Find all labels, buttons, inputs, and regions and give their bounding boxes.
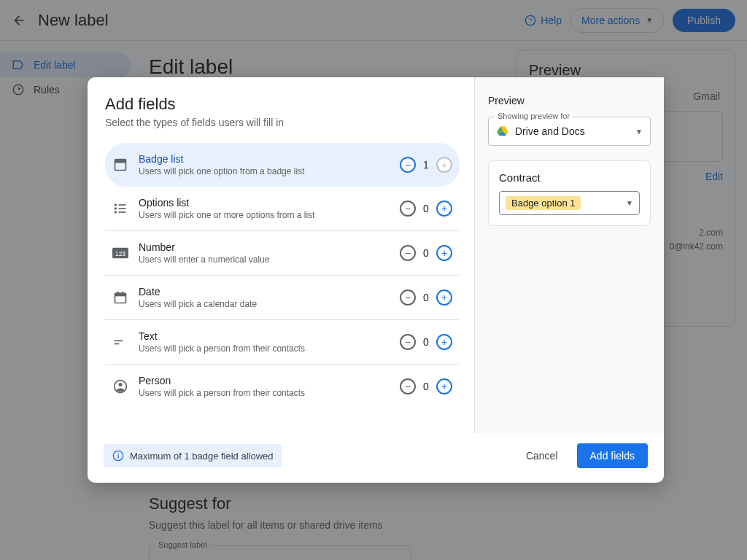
svg-point-7 [115,207,117,209]
increment-button[interactable]: + [436,201,452,217]
info-icon [112,450,124,462]
counter: − 0 + [400,378,452,394]
field-row-badge-list[interactable]: Badge list Users will pick one option fr… [105,143,460,187]
svg-rect-4 [115,160,126,163]
field-row-text[interactable]: Text Users will pick a person from their… [105,320,460,365]
chevron-down-icon: ▼ [626,199,633,207]
person-icon [112,378,128,394]
count-value: 0 [423,247,429,259]
field-text: Date Users will pick a calendar date [139,286,390,309]
field-row-number[interactable]: 123 Number Users will enter a numerical … [105,231,460,276]
svg-point-23 [117,453,119,454]
text-icon [112,334,128,350]
chevron-down-icon: ▼ [635,128,643,136]
decrement-button[interactable]: − [400,157,416,173]
field-name: Badge list [139,153,390,165]
svg-rect-16 [123,292,124,295]
decrement-button[interactable]: − [400,245,416,261]
field-row-person[interactable]: Person Users will pick a person from the… [105,365,460,408]
preview-legend: Showing preview for [495,112,573,120]
svg-point-20 [119,383,123,386]
count-value: 1 [423,159,429,171]
field-name: Options list [139,197,390,209]
preview-heading: Preview [488,95,651,106]
counter: − 0 + [400,201,452,217]
badge-chip: Badge option 1 [506,196,581,210]
count-value: 0 [423,336,429,348]
field-desc: Users will enter a numerical value [139,254,390,265]
field-desc: Users will pick a calendar date [139,299,390,309]
field-name: Number [139,241,390,253]
field-text: Text Users will pick a person from their… [139,330,390,354]
count-value: 0 [423,381,429,392]
increment-button[interactable]: + [436,334,452,350]
counter: − 0 + [400,289,452,306]
options-list-icon [112,201,128,217]
info-text: Maximum of 1 badge field allowed [130,451,274,462]
dialog-subtitle: Select the types of fields users will fi… [105,117,460,128]
preview-card-title: Contract [499,171,640,184]
dialog-title: Add fields [105,95,460,114]
field-row-options-list[interactable]: Options list Users will pick one or more… [105,187,460,231]
svg-rect-6 [119,204,126,206]
preview-context-select[interactable]: Showing preview for Drive and Docs ▼ [488,117,651,146]
decrement-button[interactable]: − [400,289,416,306]
counter: − 0 + [400,245,452,261]
date-icon [112,289,128,306]
count-value: 0 [423,292,429,303]
dialog-preview-panel: Preview Showing preview for Drive and Do… [474,77,664,433]
preview-select-value: Drive and Docs [515,125,630,137]
svg-rect-22 [117,455,118,459]
svg-rect-14 [115,293,126,296]
number-icon: 123 [112,245,128,261]
badge-option-select[interactable]: Badge option 1 ▼ [499,191,640,215]
decrement-button[interactable]: − [400,378,416,394]
dialog-footer: Maximum of 1 badge field allowed Cancel … [88,433,664,483]
field-name: Text [139,330,390,342]
decrement-button[interactable]: − [400,201,416,217]
increment-button: + [436,157,452,173]
field-name: Date [139,286,390,298]
increment-button[interactable]: + [436,245,452,261]
field-desc: Users will pick a person from their cont… [139,343,390,354]
svg-rect-8 [119,208,126,209]
info-banner: Maximum of 1 badge field allowed [104,444,282,467]
badge-list-icon [112,157,128,173]
svg-text:123: 123 [115,251,125,257]
field-row-date[interactable]: Date Users will pick a calendar date − 0… [105,276,460,320]
field-text: Person Users will pick a person from the… [139,375,390,398]
svg-rect-18 [115,343,120,345]
dialog-left: Add fields Select the types of fields us… [88,77,474,433]
add-fields-dialog: Add fields Select the types of fields us… [88,77,664,483]
field-desc: Users will pick a person from their cont… [139,388,390,398]
svg-point-5 [115,203,117,206]
field-text: Badge list Users will pick one option fr… [139,153,390,176]
svg-rect-10 [119,211,126,213]
increment-button[interactable]: + [436,378,452,394]
field-text: Number Users will enter a numerical valu… [139,241,390,265]
field-desc: Users will pick one option from a badge … [139,166,390,176]
svg-rect-17 [115,341,123,342]
cancel-button[interactable]: Cancel [516,444,568,467]
preview-card: Contract Badge option 1 ▼ [488,160,651,226]
count-value: 0 [423,203,429,214]
dialog-body: Add fields Select the types of fields us… [88,77,664,433]
counter: − 1 + [400,157,452,173]
field-list: Badge list Users will pick one option fr… [105,143,460,408]
counter: − 0 + [400,334,452,350]
drive-icon [496,125,509,138]
field-text: Options list Users will pick one or more… [139,197,390,220]
increment-button[interactable]: + [436,289,452,306]
field-name: Person [139,375,390,386]
svg-point-9 [115,211,117,213]
add-fields-button[interactable]: Add fields [577,443,648,468]
svg-rect-15 [117,292,119,295]
decrement-button[interactable]: − [400,334,416,350]
field-desc: Users will pick one or more options from… [139,210,390,220]
